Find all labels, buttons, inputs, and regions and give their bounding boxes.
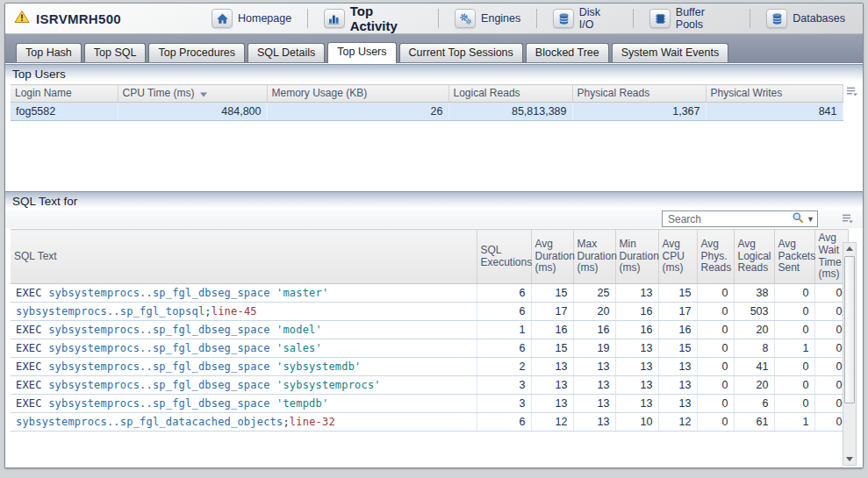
users-col-cpu-time-ms[interactable]: CPU Time (ms) xyxy=(118,85,267,103)
sql-token: 'sybsystemprocs' xyxy=(276,379,381,391)
nav-item-engines[interactable]: Engines xyxy=(446,7,529,30)
server-title-group: ISRVMRH500 xyxy=(14,10,203,27)
sql-col-max-duration-ms[interactable]: Max Duration (ms) xyxy=(573,230,615,284)
cell-avg-cpu-ms: 15 xyxy=(658,339,697,358)
cell-avg-cpu-ms: 13 xyxy=(658,376,697,395)
sql-token: ; xyxy=(204,305,211,317)
search-icon[interactable] xyxy=(792,211,804,227)
sql-col-avg-packets-sent[interactable]: Avg Packets Sent xyxy=(774,230,814,284)
cell-min-duration-ms: 13 xyxy=(615,284,658,303)
scroll-down-icon[interactable] xyxy=(843,453,856,465)
sql-token: 'model' xyxy=(276,324,322,336)
gears-icon xyxy=(455,9,476,28)
sql-token: sybsystemprocs..sp_fgl_dbseg_space xyxy=(48,342,276,354)
tab-top-procedures[interactable]: Top Procedures xyxy=(148,43,245,62)
cell-max-duration-ms: 16 xyxy=(573,321,615,339)
users-col-physical-writes[interactable]: Physical Writes xyxy=(706,85,843,103)
sql-row[interactable]: EXEC sybsystemprocs..sp_fgl_dbseg_space … xyxy=(11,358,848,376)
tab-blocked-tree[interactable]: Blocked Tree xyxy=(526,43,609,62)
cell-avg-logical-reads: 503 xyxy=(734,303,774,321)
nav-label: Homepage xyxy=(238,12,291,25)
nav-item-top-activity[interactable]: Top Activity xyxy=(315,3,431,35)
column-label: Logical Reads xyxy=(454,87,520,99)
cell-max-duration-ms: 20 xyxy=(573,303,615,321)
tab-current-top-sessions[interactable]: Current Top Sessions xyxy=(399,43,523,62)
sql-token: sybsystemprocs..sp_fgl_dbseg_space xyxy=(48,397,276,410)
nav-item-disk-i-o[interactable]: Disk I/O xyxy=(544,4,626,32)
sql-token: sybsystemprocs..sp_fgl_dbseg_space xyxy=(48,379,276,391)
sql-row[interactable]: EXEC sybsystemprocs..sp_fgl_dbseg_space … xyxy=(11,284,848,303)
column-label: Memory Usage (KB) xyxy=(272,87,368,99)
cell-logical-reads: 85,813,389 xyxy=(448,102,572,120)
nav-label: Disk I/O xyxy=(579,6,617,31)
users-col-login-name[interactable]: Login Name xyxy=(11,85,118,103)
sql-col-sql-text[interactable]: SQL Text xyxy=(11,230,477,284)
sql-token: sybsystemprocs..sp_fgl_dbseg_space xyxy=(48,360,276,373)
nav-item-databases[interactable]: Databases xyxy=(757,7,854,30)
cell-avg-duration-ms: 12 xyxy=(531,413,573,432)
cell-max-duration-ms: 13 xyxy=(573,413,615,432)
cell-avg-phys-reads: 0 xyxy=(697,358,734,376)
sql-col-avg-phys-reads[interactable]: Avg Phys. Reads xyxy=(697,230,734,284)
cell-min-duration-ms: 13 xyxy=(615,339,658,358)
sql-col-min-duration-ms[interactable]: Min Duration (ms) xyxy=(615,230,658,284)
column-label: Physical Reads xyxy=(577,87,650,99)
sql-col-avg-cpu-ms[interactable]: Avg CPU (ms) xyxy=(658,230,697,284)
home-icon xyxy=(212,9,233,28)
warning-icon xyxy=(14,10,30,27)
sql-row[interactable]: sybsystemprocs..sp_fgl_datacached_object… xyxy=(11,413,848,432)
nav-item-homepage[interactable]: Homepage xyxy=(203,7,300,30)
content-area: Top Users Login NameCPU Time (ms)Memory … xyxy=(5,64,863,467)
sql-row[interactable]: EXEC sybsystemprocs..sp_fgl_dbseg_space … xyxy=(11,339,848,358)
cell-avg-duration-ms: 17 xyxy=(531,303,573,321)
tab-sql-details[interactable]: SQL Details xyxy=(247,43,325,62)
cell-avg-phys-reads: 0 xyxy=(697,395,734,413)
sql-row[interactable]: sybsystemprocs..sp_fgl_topsql;line-45617… xyxy=(11,303,848,321)
tab-top-sql[interactable]: Top SQL xyxy=(84,43,147,62)
sql-row[interactable]: EXEC sybsystemprocs..sp_fgl_dbseg_space … xyxy=(11,321,848,339)
sql-token: EXEC xyxy=(16,342,48,354)
nav-separator xyxy=(536,9,537,28)
users-col-memory-usage-kb[interactable]: Memory Usage (KB) xyxy=(267,85,448,103)
table-row[interactable]: fog5582484,8002685,813,3891,367841 xyxy=(11,102,843,120)
chevron-down-icon[interactable]: ▼ xyxy=(807,215,814,224)
sql-row[interactable]: EXEC sybsystemprocs..sp_fgl_dbseg_space … xyxy=(11,395,848,413)
sql-text-cell: EXEC sybsystemprocs..sp_fgl_dbseg_space … xyxy=(11,358,477,376)
grid-menu-icon[interactable] xyxy=(840,211,856,226)
tab-system-wait-events[interactable]: System Wait Events xyxy=(612,43,728,62)
cell-avg-phys-reads: 0 xyxy=(697,376,734,395)
cell-sql-executions: 6 xyxy=(477,303,531,321)
users-col-physical-reads[interactable]: Physical Reads xyxy=(572,85,706,103)
cell-avg-cpu-ms: 16 xyxy=(658,321,697,339)
tab-top-hash[interactable]: Top Hash xyxy=(16,43,82,62)
database-icon xyxy=(766,9,787,28)
vertical-scrollbar[interactable] xyxy=(843,242,857,466)
tab-top-users[interactable]: Top Users xyxy=(327,42,396,63)
top-users-panel: Top Users Login NameCPU Time (ms)Memory … xyxy=(5,64,863,191)
sql-row[interactable]: EXEC sybsystemprocs..sp_fgl_dbseg_space … xyxy=(11,376,848,395)
nav-separator xyxy=(438,9,439,28)
cell-avg-cpu-ms: 17 xyxy=(658,303,697,321)
cell-avg-cpu-ms: 13 xyxy=(658,395,697,413)
cell-cpu-time-ms: 484,800 xyxy=(118,102,267,120)
cell-max-duration-ms: 25 xyxy=(573,284,615,303)
search-box[interactable]: ▼ xyxy=(662,210,818,227)
cell-login-name: fog5582 xyxy=(11,102,118,120)
cell-min-duration-ms: 10 xyxy=(615,413,658,432)
buffer-pools-icon xyxy=(649,9,671,28)
sql-col-sql-executions[interactable]: SQL Executions xyxy=(477,230,531,284)
cell-sql-executions: 3 xyxy=(477,395,531,413)
cell-max-duration-ms: 13 xyxy=(573,395,615,413)
sql-token: sybsystemprocs..sp_fgl_topsql xyxy=(16,305,204,317)
grid-menu-icon[interactable] xyxy=(846,84,858,99)
nav-item-buffer-pools[interactable]: Buffer Pools xyxy=(641,4,742,32)
sql-col-avg-duration-ms[interactable]: Avg Duration (ms) xyxy=(531,230,573,284)
search-input[interactable] xyxy=(668,213,792,225)
cell-avg-packets-sent: 0 xyxy=(774,395,814,413)
scroll-up-icon[interactable] xyxy=(843,243,856,254)
users-col-logical-reads[interactable]: Logical Reads xyxy=(448,85,572,103)
cell-min-duration-ms: 13 xyxy=(615,395,658,413)
cell-avg-duration-ms: 15 xyxy=(531,284,573,303)
sql-col-avg-logical-reads[interactable]: Avg Logical Reads xyxy=(734,230,774,284)
scrollbar-thumb[interactable] xyxy=(844,256,855,403)
